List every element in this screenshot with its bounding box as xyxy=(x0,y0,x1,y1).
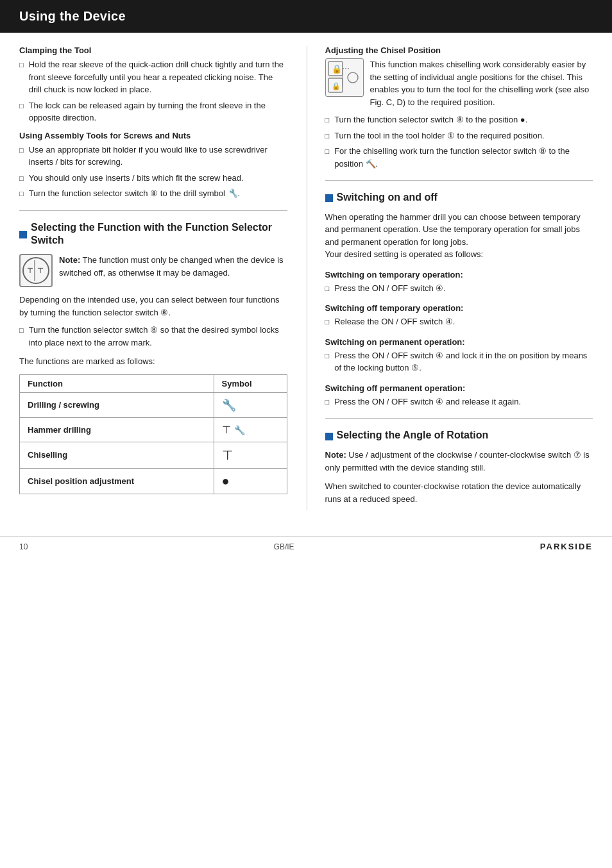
switching-on-temp-title: Switching on temporary operation: xyxy=(325,270,593,280)
main-content: Clamping the Tool Hold the rear sleeve o… xyxy=(0,33,612,523)
note-text: Note: The function must only be changed … xyxy=(59,254,287,279)
switching-off-perm-list: Press the ON / OFF switch ④ and release … xyxy=(325,396,593,408)
list-item: Turn the function selector switch ⑧ to t… xyxy=(19,187,287,200)
angle-rotation-body: When switched to counter-clockwise rotat… xyxy=(325,480,593,505)
switching-off-perm-title: Switching off permanent operation: xyxy=(325,383,593,393)
angle-rotation-heading: Selecting the Angle of Rotation xyxy=(337,429,489,442)
language-label: GB/IE xyxy=(274,542,294,551)
chisel-position-body: This function makes chiselling work cons… xyxy=(325,58,593,108)
function-name: Drilling / screwing xyxy=(20,392,214,417)
list-item: Hold the rear sleeve of the quick-action… xyxy=(19,58,287,96)
function-symbol: ⊤ 🔧 xyxy=(214,417,287,442)
switching-heading: Switching on and off xyxy=(337,191,438,204)
col-function: Function xyxy=(20,374,214,392)
selector-switch-header: Selecting the Function with the Function… xyxy=(19,221,287,248)
assembly-tools-list: Use an appropriate bit holder if you wou… xyxy=(19,144,287,200)
table-row: Chisel position adjustment ● xyxy=(20,468,287,494)
list-item: Press the ON / OFF switch ④ and release … xyxy=(325,396,593,408)
list-item: For the chiselling work turn the functio… xyxy=(325,145,593,170)
svg-text:🔒: 🔒 xyxy=(332,63,343,74)
title-text: Using the Device xyxy=(19,9,126,23)
switching-section: Switching on and off When operating the … xyxy=(325,191,593,408)
assembly-tools-section: Using Assembly Tools for Screws and Nuts… xyxy=(19,131,287,200)
angle-rotation-section: Selecting the Angle of Rotation Note: Us… xyxy=(325,429,593,505)
page-number: 10 xyxy=(19,542,28,551)
list-item: You should only use inserts / bits which… xyxy=(19,172,287,185)
svg-text:🔒: 🔒 xyxy=(332,81,341,90)
functions-label: The functions are marked as follows: xyxy=(19,355,287,368)
angle-rotation-header: Selecting the Angle of Rotation xyxy=(325,429,593,442)
divider xyxy=(325,180,593,181)
list-item: Turn the tool in the tool holder ① to th… xyxy=(325,129,593,142)
chisel-position-icon: 🔒 🔒 xyxy=(325,58,364,97)
section-marker xyxy=(325,433,333,440)
function-name: Chiselling xyxy=(20,442,214,468)
switching-on-perm-title: Switching on permanent operation: xyxy=(325,337,593,347)
list-item: Press the ON / OFF switch ④. xyxy=(325,282,593,295)
switching-header: Switching on and off xyxy=(325,191,593,204)
table-header-row: Function Symbol xyxy=(20,374,287,392)
svg-point-7 xyxy=(348,72,358,83)
table-row: Hammer drilling ⊤ 🔧 xyxy=(20,417,287,442)
function-switch-icon: ⊤ ⊤ xyxy=(19,254,53,287)
clamping-tool-list: Hold the rear sleeve of the quick-action… xyxy=(19,58,287,124)
divider xyxy=(325,418,593,419)
function-name: Hammer drilling xyxy=(20,417,214,442)
selector-switch-heading: Selecting the Function with the Function… xyxy=(31,221,287,248)
angle-rotation-note: Note: Use / adjustment of the clockwise … xyxy=(325,449,593,474)
list-item: Use an appropriate bit holder if you wou… xyxy=(19,144,287,169)
chisel-content: 🔒 🔒 This function makes chiselling work … xyxy=(325,58,593,113)
selector-bullet-list: Turn the function selector switch ⑧ so t… xyxy=(19,324,287,349)
clamping-tool-section: Clamping the Tool Hold the rear sleeve o… xyxy=(19,46,287,124)
chisel-position-section: Adjusting the Chisel Position 🔒 🔒 xyxy=(325,46,593,170)
right-column: Adjusting the Chisel Position 🔒 🔒 xyxy=(307,46,593,510)
col-symbol: Symbol xyxy=(214,374,287,392)
chisel-icon-svg: 🔒 🔒 xyxy=(327,60,362,95)
section-marker xyxy=(19,231,27,238)
page-title: Using the Device xyxy=(0,0,612,33)
bottom-bar: 10 GB/IE PARKSIDE xyxy=(0,536,612,556)
left-column: Clamping the Tool Hold the rear sleeve o… xyxy=(19,46,287,510)
section-marker xyxy=(325,194,333,202)
switching-intro: When operating the hammer drill you can … xyxy=(325,211,593,261)
assembly-tools-title: Using Assembly Tools for Screws and Nuts xyxy=(19,131,287,140)
svg-text:⊤: ⊤ xyxy=(27,267,33,274)
clamping-tool-title: Clamping the Tool xyxy=(19,46,287,55)
switching-off-temp-list: Release the ON / OFF switch ④. xyxy=(325,315,593,328)
switching-on-perm-list: Press the ON / OFF switch ④ and lock it … xyxy=(325,349,593,374)
function-symbol: ⊤ xyxy=(214,442,287,468)
chisel-position-title: Adjusting the Chisel Position xyxy=(325,46,593,55)
function-switch-svg: ⊤ ⊤ xyxy=(21,255,51,286)
list-item: Press the ON / OFF switch ④ and lock it … xyxy=(325,349,593,374)
table-row: Drilling / screwing 🔧 xyxy=(20,392,287,417)
list-item: Turn the function selector switch ⑧ so t… xyxy=(19,324,287,349)
list-item: The lock can be released again by turnin… xyxy=(19,99,287,124)
table-row: Chiselling ⊤ xyxy=(20,442,287,468)
selector-switch-section: Selecting the Function with the Function… xyxy=(19,221,287,494)
selector-body1: Depending on the intended use, you can s… xyxy=(19,294,287,319)
switching-off-temp-title: Switching off temporary operation: xyxy=(325,303,593,313)
chisel-position-list: Turn the function selector switch ⑧ to t… xyxy=(325,113,593,170)
divider xyxy=(19,210,287,211)
function-symbol: 🔧 xyxy=(214,392,287,417)
brand-logo: PARKSIDE xyxy=(540,542,593,551)
list-item: Turn the function selector switch ⑧ to t… xyxy=(325,113,593,126)
function-symbol: ● xyxy=(214,468,287,494)
page: Using the Device Clamping the Tool Hold … xyxy=(0,0,612,868)
list-item: Release the ON / OFF switch ④. xyxy=(325,315,593,328)
svg-text:⊤: ⊤ xyxy=(37,267,44,274)
functions-table: Function Symbol Drilling / screwing 🔧 xyxy=(19,374,287,494)
switching-on-temp-list: Press the ON / OFF switch ④. xyxy=(325,282,593,295)
note-box: ⊤ ⊤ Note: The function must only be chan… xyxy=(19,254,287,287)
function-name: Chisel position adjustment xyxy=(20,468,214,494)
